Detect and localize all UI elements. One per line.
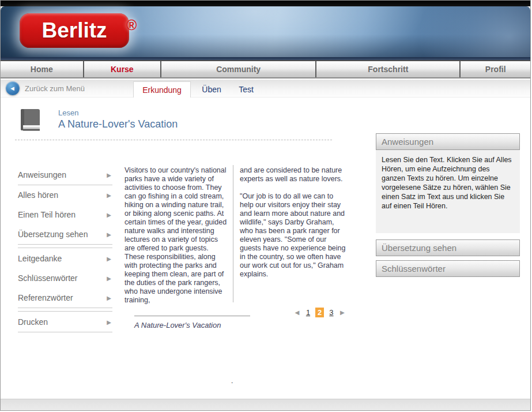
menu-item-label: Übersetzung sehen xyxy=(18,230,88,239)
menu-item-referenzwoerter[interactable]: Referenzwörter ▶ xyxy=(18,288,112,308)
menu-group: Drucken ▶ xyxy=(18,312,112,332)
tab-erkundung[interactable]: Erkundung xyxy=(133,81,191,98)
play-arrow-icon: ▶ xyxy=(107,275,111,282)
menu-item-label: Anweisungen xyxy=(18,170,66,179)
prev-page-icon[interactable]: ◄ xyxy=(293,309,301,316)
nav-item-fortschritt[interactable]: Fortschritt xyxy=(316,61,461,77)
menu-item-schluessenwoerter[interactable]: Schlüssenwörter ▶ xyxy=(18,268,112,288)
right-panel: Anweisungen Lesen Sie den Text. Klicken … xyxy=(376,133,520,277)
back-arrow-icon: ◄ xyxy=(9,85,16,92)
menu-item-alles-hoeren[interactable]: Alles hören ▶ xyxy=(18,185,112,205)
page-title: A Nature-Lover's Vacation xyxy=(58,118,178,130)
panel-header-uebersetzung-sehen[interactable]: Übersetzung sehen xyxy=(376,239,520,256)
dashed-separator xyxy=(15,140,332,140)
menu-item-label: Leitgedanke xyxy=(18,254,62,263)
menu-item-uebersetzung-sehen[interactable]: Übersetzung sehen ▶ xyxy=(18,224,112,244)
pagination: ◄ 1 2 3 ► xyxy=(293,308,346,317)
play-arrow-icon: ▶ xyxy=(107,231,111,238)
menu-item-label: Einen Teil hören xyxy=(18,210,76,219)
panel-header-anweisungen[interactable]: Anweisungen xyxy=(376,133,520,150)
stray-dot: . xyxy=(231,377,233,385)
lesson-kicker: Lesen xyxy=(58,108,178,117)
menu-item-leitgedanke[interactable]: Leitgedanke ▶ xyxy=(18,249,112,268)
panel-header-schluessenwoerter[interactable]: Schlüssenwörter xyxy=(376,260,520,277)
menu-item-label: Alles hören xyxy=(18,190,58,200)
reading-paragraph: "Our job is to do all we can to help our… xyxy=(240,192,347,279)
top-black-strip xyxy=(1,1,530,6)
next-page-icon[interactable]: ► xyxy=(339,309,346,316)
play-arrow-icon: ▶ xyxy=(107,256,111,262)
panel-body-anweisungen: Lesen Sie den Text. Klicken Sie auf Alle… xyxy=(376,150,520,233)
menu-group-divider xyxy=(18,308,112,312)
book-icon xyxy=(18,107,42,133)
footer-bar xyxy=(1,399,530,411)
play-arrow-icon: ▶ xyxy=(107,192,111,198)
back-to-menu-label[interactable]: Zurück zum Menü xyxy=(25,84,85,93)
main-nav: Home Kurse Community Fortschritt Profil xyxy=(1,60,530,78)
reading-caption: A Nature-Lover's Vacation xyxy=(134,321,221,329)
column-divider xyxy=(233,165,233,302)
page-current-2: 2 xyxy=(315,308,324,317)
nav-item-profil[interactable]: Profil xyxy=(461,61,530,77)
menu-item-drucken[interactable]: Drucken ▶ xyxy=(18,312,112,332)
play-arrow-icon: ▶ xyxy=(107,295,111,301)
menu-group: Leitgedanke ▶ Schlüssenwörter ▶ Referenz… xyxy=(18,249,112,308)
menu-group-divider xyxy=(18,245,112,248)
page-link-1[interactable]: 1 xyxy=(306,308,310,317)
sub-nav-bar: ◄ Zurück zum Menü Erkundung Üben Test xyxy=(1,80,530,98)
panel-spacer xyxy=(376,233,520,239)
nav-item-home[interactable]: Home xyxy=(1,61,84,77)
page-link-3[interactable]: 3 xyxy=(329,308,333,317)
header-banner: Berlitz ® xyxy=(1,6,530,57)
lesson-title-text: Lesen A Nature-Lover's Vacation xyxy=(58,108,178,133)
menu-item-label: Drucken xyxy=(18,317,48,327)
menu-item-einen-teil-hoeren[interactable]: Einen Teil hören ▶ xyxy=(18,205,112,224)
berlitz-app-window: Berlitz ® Home Kurse Community Fortschri… xyxy=(0,0,531,411)
content-area: Lesen A Nature-Lover's Vacation Anweisun… xyxy=(1,98,530,399)
menu-group: Alles hören ▶ Einen Teil hören ▶ Überset… xyxy=(18,185,112,245)
menu-group: Anweisungen ▶ xyxy=(18,165,112,185)
reading-text-column-1[interactable]: Visitors to our country's national parks… xyxy=(124,166,228,305)
back-button[interactable]: ◄ xyxy=(6,81,20,95)
left-menu: Anweisungen ▶ Alles hören ▶ Einen Teil h… xyxy=(18,165,112,332)
reading-text-column-2[interactable]: and are considered to be nature experts … xyxy=(240,166,347,279)
menu-item-anweisungen[interactable]: Anweisungen ▶ xyxy=(18,165,112,185)
tab-test[interactable]: Test xyxy=(232,81,260,98)
reading-paragraph: and are considered to be nature experts … xyxy=(240,166,347,183)
play-arrow-icon: ▶ xyxy=(107,212,111,218)
menu-item-label: Schlüssenwörter xyxy=(18,274,78,283)
play-arrow-icon: ▶ xyxy=(107,319,111,325)
berlitz-logo-text: Berlitz xyxy=(41,18,107,43)
nav-item-kurse[interactable]: Kurse xyxy=(84,61,162,77)
berlitz-logo: Berlitz xyxy=(20,13,129,48)
play-arrow-icon: ▶ xyxy=(107,172,111,178)
panel-spacer xyxy=(376,256,520,260)
menu-item-label: Referenzwörter xyxy=(18,293,73,302)
caption-rule xyxy=(134,316,250,316)
registered-trademark-icon: ® xyxy=(126,17,137,33)
tab-ueben[interactable]: Üben xyxy=(197,81,227,98)
nav-item-community[interactable]: Community xyxy=(161,61,316,77)
lesson-title-block: Lesen A Nature-Lover's Vacation xyxy=(18,107,178,133)
